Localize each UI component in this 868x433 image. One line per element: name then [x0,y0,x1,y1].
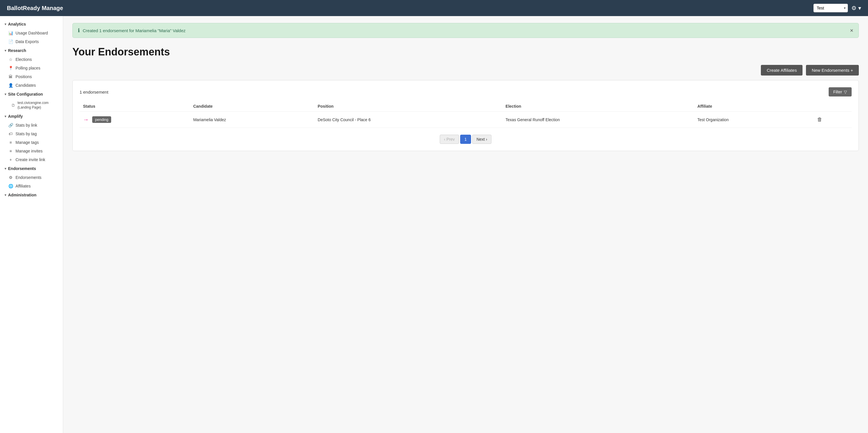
location-icon: 📍 [8,66,13,70]
sidebar-item-data-exports[interactable]: 📄 Data Exports [0,37,63,46]
col-candidate: Candidate [190,101,314,112]
list-icon: ≡ [8,140,13,145]
star-icon: ☆ [8,57,13,62]
table-header: Status Candidate Position Election Affil… [80,101,851,112]
sidebar-section-endorsements[interactable]: ▾ Endorsements [0,164,63,173]
success-banner: ℹ Created 1 endorsement for Mariamelia "… [72,23,859,38]
sidebar-item-positions[interactable]: 🏛 Positions [0,72,63,81]
chevron-down-icon: ▾ [5,115,6,118]
building-icon: 🏛 [8,74,13,79]
sidebar-section-amplify[interactable]: ▾ Amplify [0,112,63,121]
org-select-wrapper: Test [813,4,848,12]
sidebar-item-affiliates[interactable]: 🌐 Affiliates [0,182,63,190]
tag-icon: 🏷 [8,131,13,136]
filter-icon: ▽ [844,90,847,94]
file-icon: 📄 [8,39,13,44]
sidebar-item-stats-by-link[interactable]: 🔗 Stats by link [0,121,63,129]
status-cell: → pending [80,112,190,128]
sidebar-section-analytics[interactable]: ▾ Analytics [0,20,63,29]
layout: ▾ Analytics 📊 Usage Dashboard 📄 Data Exp… [0,16,868,433]
actions-cell: 🗑 [814,112,851,128]
page-title: Your Endorsements [72,46,859,58]
list-icon: ≡ [8,149,13,153]
settings-icon[interactable]: ⚙ ▾ [851,5,861,11]
info-icon: ℹ [78,27,80,34]
sidebar-item-create-invite-link[interactable]: + Create invite link [0,155,63,164]
chevron-down-icon: ▾ [5,22,6,26]
sidebar-item-manage-tags[interactable]: ≡ Manage tags [0,138,63,147]
delete-button[interactable]: 🗑 [817,117,822,123]
sidebar-section-research[interactable]: ▾ Research [0,46,63,55]
plus-icon: + [8,157,13,162]
chevron-down-icon: ▾ [5,193,6,197]
sidebar: ▾ Analytics 📊 Usage Dashboard 📄 Data Exp… [0,16,63,433]
chart-icon: 📊 [8,31,13,35]
topnav-right: Test ⚙ ▾ [813,4,861,12]
globe-icon: 🌐 [8,184,13,188]
main-content: ℹ Created 1 endorsement for Mariamelia "… [63,16,868,433]
sidebar-item-landing-page[interactable]: 🗋 test.civicengine.com(Landing Page) [0,99,63,112]
col-position: Position [314,101,502,112]
position-cell: DeSoto City Council - Place 6 [314,112,502,128]
sidebar-item-endorsements[interactable]: ⚙ Endorsements [0,173,63,182]
chevron-down-icon: ▾ [5,49,6,53]
endorsement-count: 1 endorsement [80,90,108,94]
table-header-row: 1 endorsement Filter ▽ [80,87,851,96]
endorsements-table: Status Candidate Position Election Affil… [80,101,851,128]
new-endorsements-button[interactable]: New Endorsements + [806,65,859,75]
page-icon: 🗋 [11,103,15,107]
col-affiliate: Affiliate [694,101,814,112]
sidebar-item-polling-places[interactable]: 📍 Polling places [0,64,63,72]
col-election: Election [502,101,694,112]
status-badge: pending [92,116,111,123]
row-arrow-indicator: → [83,116,89,123]
person-icon: 👤 [8,83,13,88]
page-1-button[interactable]: 1 [460,135,471,144]
affiliate-cell: Test Organization [694,112,814,128]
app-logo: BallotReady Manage [7,5,63,11]
col-status: Status [80,101,190,112]
sidebar-item-usage-dashboard[interactable]: 📊 Usage Dashboard [0,29,63,37]
candidate-cell: Mariamelia Valdez [190,112,314,128]
pagination: ‹ Prev 1 Next › [80,135,851,144]
election-cell: Texas General Runoff Election [502,112,694,128]
create-affiliates-button[interactable]: Create Affiliates [761,65,803,75]
sidebar-item-elections[interactable]: ☆ Elections [0,55,63,64]
gear-icon: ⚙ [8,175,13,180]
org-select[interactable]: Test [813,4,848,12]
sidebar-item-candidates[interactable]: 👤 Candidates [0,81,63,90]
sidebar-item-manage-invites[interactable]: ≡ Manage invites [0,147,63,155]
sidebar-section-administration[interactable]: ▾ Administration [0,190,63,199]
chevron-down-icon: ▾ [5,167,6,171]
prev-page-button[interactable]: ‹ Prev [440,135,459,144]
filter-button[interactable]: Filter ▽ [829,87,851,96]
sidebar-item-stats-by-tag[interactable]: 🏷 Stats by tag [0,129,63,138]
endorsements-table-card: 1 endorsement Filter ▽ Status Candidate … [72,80,859,151]
col-actions [814,101,851,112]
table-row: → pending Mariamelia Valdez DeSoto City … [80,112,851,128]
chevron-down-icon: ▾ [5,92,6,96]
topnav: BallotReady Manage Test ⚙ ▾ [0,0,868,16]
banner-close-button[interactable]: × [850,28,854,33]
link-icon: 🔗 [8,123,13,127]
sidebar-section-site-config[interactable]: ▾ Site Configuration [0,90,63,99]
next-page-button[interactable]: Next › [472,135,491,144]
banner-message: Created 1 endorsement for Mariamelia "Ma… [83,28,186,33]
actions-row: Create Affiliates New Endorsements + [72,65,859,75]
